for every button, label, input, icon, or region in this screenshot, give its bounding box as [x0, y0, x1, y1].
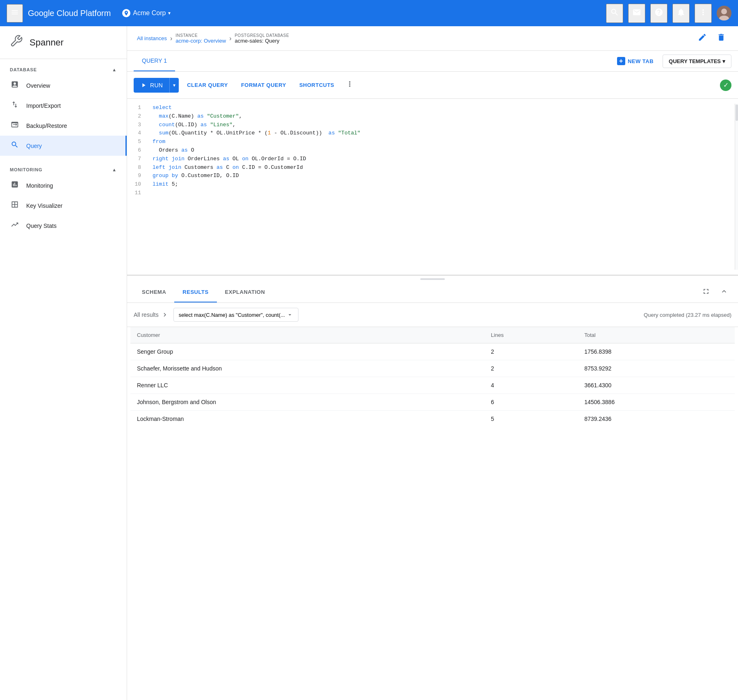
cell-total: 8753.9292	[578, 360, 735, 377]
sidebar-label-overview: Overview	[26, 82, 50, 89]
new-tab-button[interactable]: + NEW TAB	[611, 54, 659, 68]
results-tab[interactable]: RESULTS	[174, 282, 216, 302]
cell-lines: 2	[484, 343, 578, 360]
code-content[interactable]: select max(C.Name) as "Customer", count(…	[148, 104, 735, 270]
spanner-icon	[10, 34, 23, 50]
results-tab-bar: SCHEMA RESULTS EXPLANATION	[127, 282, 738, 303]
monitoring-collapse-icon[interactable]: ▲	[112, 167, 117, 172]
all-results-button[interactable]: All results	[134, 311, 169, 318]
more-options-button[interactable]	[695, 4, 712, 23]
query-area: QUERY 1 + NEW TAB QUERY TEMPLATES ▾	[127, 51, 738, 700]
service-title: Spanner	[30, 37, 64, 48]
run-button-group: RUN ▾	[134, 78, 179, 93]
results-tab-actions	[699, 284, 731, 301]
org-chevron-icon: ▾	[168, 10, 171, 16]
more-actions-button[interactable]	[342, 77, 357, 93]
key-visualizer-icon	[10, 200, 20, 211]
content-area: All instances › INSTANCE acme-corp: Over…	[127, 26, 738, 700]
hamburger-menu[interactable]	[7, 4, 23, 23]
format-query-button[interactable]: FORMAT QUERY	[236, 78, 291, 92]
cell-lines: 4	[484, 377, 578, 394]
editor-scrollbar[interactable]	[735, 104, 738, 270]
code-line-4: sum(OL.Quantity * OL.UnitPrice * (1 - OL…	[153, 129, 730, 138]
edit-button[interactable]	[695, 30, 709, 46]
run-dropdown-button[interactable]: ▾	[169, 78, 179, 93]
cell-customer: Renner LLC	[130, 377, 484, 394]
cell-customer: Lockman-Stroman	[130, 411, 484, 427]
results-table-body: Senger Group21756.8398Schaefer, Morisset…	[130, 343, 735, 427]
results-table: Customer Lines Total Senger Group21756.8…	[130, 327, 735, 427]
user-avatar[interactable]	[717, 6, 731, 20]
notifications-button[interactable]	[672, 4, 690, 23]
breadcrumb-all-instances[interactable]: All instances	[137, 35, 167, 41]
org-selector[interactable]: Acme Corp ▾	[122, 9, 171, 17]
query-select-dropdown[interactable]: select max(C.Name) as "Customer", count(…	[173, 308, 298, 322]
templates-chevron-icon: ▾	[722, 58, 725, 64]
col-total: Total	[578, 327, 735, 343]
clear-query-button[interactable]: CLEAR QUERY	[182, 78, 233, 92]
sidebar-section-database: DATABASE ▲	[0, 59, 127, 75]
org-icon	[122, 9, 130, 17]
sidebar-item-query[interactable]: Query	[0, 136, 127, 156]
results-toolbar: All results select max(C.Name) as "Custo…	[127, 303, 738, 327]
code-line-5: from	[153, 138, 730, 146]
sidebar-label-key-visualizer: Key Visualizer	[26, 202, 62, 209]
col-lines: Lines	[484, 327, 578, 343]
schema-tab[interactable]: SCHEMA	[134, 282, 174, 302]
tab-actions: + NEW TAB QUERY TEMPLATES ▾	[611, 54, 731, 68]
table-row: Renner LLC43661.4300	[130, 377, 735, 394]
shortcuts-button[interactable]: SHORTCUTS	[294, 78, 339, 92]
run-button[interactable]: RUN	[134, 78, 169, 93]
code-line-1: select	[153, 104, 730, 112]
query-templates-button[interactable]: QUERY TEMPLATES ▾	[663, 55, 731, 68]
help-button[interactable]	[650, 4, 667, 23]
sidebar-item-query-stats[interactable]: Query Stats	[0, 216, 127, 236]
sidebar-item-import-export[interactable]: Import/Export	[0, 95, 127, 116]
delete-button[interactable]	[714, 30, 728, 46]
monitoring-icon	[10, 180, 20, 191]
sidebar-item-overview[interactable]: Overview	[0, 75, 127, 95]
divider-bar[interactable]	[127, 276, 738, 282]
results-table-container: Customer Lines Total Senger Group21756.8…	[127, 327, 738, 427]
cell-total: 8739.2436	[578, 411, 735, 427]
table-row: Lockman-Stroman58739.2436	[130, 411, 735, 427]
table-row: Johnson, Bergstrom and Olson614506.3886	[130, 394, 735, 411]
overview-icon	[10, 80, 20, 91]
breadcrumb-bar: All instances › INSTANCE acme-corp: Over…	[127, 26, 738, 51]
sidebar-item-monitoring[interactable]: Monitoring	[0, 175, 127, 195]
backup-restore-icon	[10, 120, 20, 131]
query-stats-icon	[10, 220, 20, 231]
sidebar-label-query-stats: Query Stats	[26, 223, 57, 229]
code-line-8: left join Customers as C on C.ID = O.Cus…	[153, 164, 730, 172]
sidebar-label-monitoring: Monitoring	[26, 182, 53, 189]
resize-handle[interactable]	[420, 278, 445, 280]
query-toolbar: RUN ▾ CLEAR QUERY FORMAT QUERY SHORTCUTS…	[127, 72, 738, 99]
import-export-icon	[10, 100, 20, 111]
collapse-results-button[interactable]	[717, 284, 731, 301]
scrollbar-thumb[interactable]	[736, 105, 738, 121]
mail-button[interactable]	[628, 4, 645, 23]
database-collapse-icon[interactable]: ▲	[112, 67, 117, 72]
plus-icon: +	[617, 57, 625, 65]
query-tab-1[interactable]: QUERY 1	[134, 51, 175, 71]
query-tab-bar: QUERY 1 + NEW TAB QUERY TEMPLATES ▾	[127, 51, 738, 72]
cell-total: 14506.3886	[578, 394, 735, 411]
code-line-11	[153, 189, 730, 198]
expand-results-button[interactable]	[699, 284, 713, 301]
status-check-icon: ✓	[720, 80, 731, 91]
breadcrumb-instance-value[interactable]: acme-corp: Overview	[175, 38, 226, 44]
breadcrumb-sep-1: ›	[170, 35, 172, 42]
col-customer: Customer	[130, 327, 484, 343]
breadcrumb-db-value: acme-sales: Query	[235, 38, 289, 44]
code-editor[interactable]: 12345 67891011 select max(C.Name) as "Cu…	[127, 99, 738, 275]
explanation-tab[interactable]: EXPLANATION	[217, 282, 273, 302]
query-icon	[10, 141, 20, 151]
sidebar-item-key-visualizer[interactable]: Key Visualizer	[0, 195, 127, 216]
search-button[interactable]	[606, 4, 623, 23]
svg-point-1	[721, 9, 727, 14]
main-layout: Spanner DATABASE ▲ Overview Import/Expor…	[0, 26, 738, 700]
code-line-10: limit 5;	[153, 180, 730, 189]
breadcrumb-database: POSTGRESQL DATABASE acme-sales: Query	[235, 33, 289, 44]
sidebar: Spanner DATABASE ▲ Overview Import/Expor…	[0, 26, 127, 700]
sidebar-item-backup-restore[interactable]: Backup/Restore	[0, 116, 127, 136]
